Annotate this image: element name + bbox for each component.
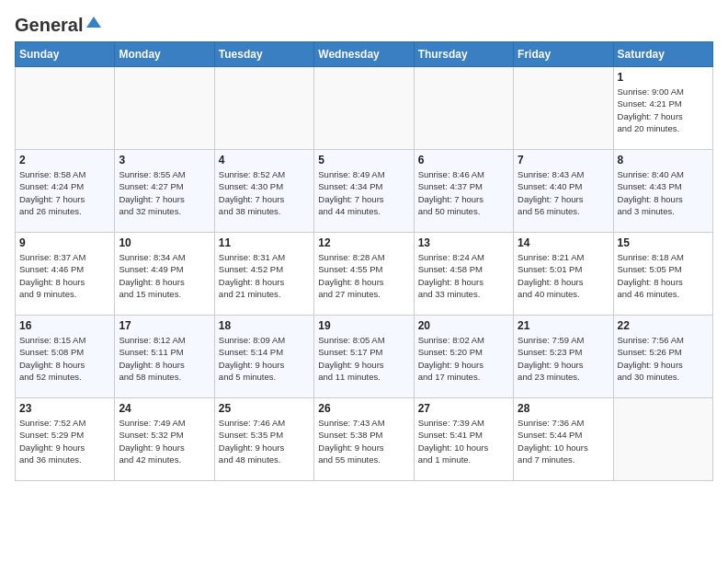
day-number: 20 <box>418 319 509 332</box>
day-info: Sunrise: 8:18 AM Sunset: 5:05 PM Dayligh… <box>618 251 709 300</box>
day-cell: 19Sunrise: 8:05 AM Sunset: 5:17 PM Dayli… <box>314 316 414 398</box>
week-row-4: 16Sunrise: 8:15 AM Sunset: 5:08 PM Dayli… <box>16 316 713 398</box>
day-cell: 9Sunrise: 8:37 AM Sunset: 4:46 PM Daylig… <box>16 233 115 316</box>
day-cell: 23Sunrise: 7:52 AM Sunset: 5:29 PM Dayli… <box>16 398 115 481</box>
day-number: 9 <box>19 236 110 249</box>
day-number: 26 <box>318 402 409 415</box>
day-cell: 20Sunrise: 8:02 AM Sunset: 5:20 PM Dayli… <box>414 316 513 398</box>
day-number: 25 <box>219 402 310 415</box>
day-cell: 17Sunrise: 8:12 AM Sunset: 5:11 PM Dayli… <box>115 316 214 398</box>
day-info: Sunrise: 8:37 AM Sunset: 4:46 PM Dayligh… <box>19 251 110 300</box>
day-info: Sunrise: 8:58 AM Sunset: 4:24 PM Dayligh… <box>19 168 110 217</box>
day-number: 16 <box>19 319 110 332</box>
day-cell: 1Sunrise: 9:00 AM Sunset: 4:21 PM Daylig… <box>613 67 712 150</box>
day-info: Sunrise: 8:12 AM Sunset: 5:11 PM Dayligh… <box>119 334 210 383</box>
day-cell: 16Sunrise: 8:15 AM Sunset: 5:08 PM Dayli… <box>16 316 115 398</box>
day-number: 3 <box>119 154 210 167</box>
day-number: 17 <box>119 319 210 332</box>
day-cell <box>514 67 613 150</box>
day-info: Sunrise: 8:34 AM Sunset: 4:49 PM Dayligh… <box>119 251 210 300</box>
weekday-header-monday: Monday <box>115 42 214 67</box>
day-number: 5 <box>318 154 409 167</box>
svg-marker-0 <box>86 17 101 28</box>
day-cell <box>613 398 712 481</box>
day-info: Sunrise: 7:43 AM Sunset: 5:38 PM Dayligh… <box>318 417 409 465</box>
day-cell: 24Sunrise: 7:49 AM Sunset: 5:32 PM Dayli… <box>115 398 214 481</box>
day-cell: 4Sunrise: 8:52 AM Sunset: 4:30 PM Daylig… <box>214 150 313 233</box>
day-cell: 2Sunrise: 8:58 AM Sunset: 4:24 PM Daylig… <box>16 150 115 233</box>
day-cell: 14Sunrise: 8:21 AM Sunset: 5:01 PM Dayli… <box>514 233 613 316</box>
day-number: 18 <box>219 319 310 332</box>
day-cell: 7Sunrise: 8:43 AM Sunset: 4:40 PM Daylig… <box>514 150 613 233</box>
weekday-header-row: SundayMondayTuesdayWednesdayThursdayFrid… <box>16 42 713 67</box>
day-info: Sunrise: 8:21 AM Sunset: 5:01 PM Dayligh… <box>518 251 609 300</box>
day-info: Sunrise: 7:52 AM Sunset: 5:29 PM Dayligh… <box>19 417 110 465</box>
day-info: Sunrise: 8:28 AM Sunset: 4:55 PM Dayligh… <box>318 251 409 300</box>
day-cell: 11Sunrise: 8:31 AM Sunset: 4:52 PM Dayli… <box>214 233 313 316</box>
day-number: 22 <box>618 319 709 332</box>
day-info: Sunrise: 8:40 AM Sunset: 4:43 PM Dayligh… <box>618 168 709 217</box>
logo-general: General <box>15 15 83 36</box>
day-number: 1 <box>618 71 709 84</box>
day-number: 19 <box>318 319 409 332</box>
day-cell <box>314 67 414 150</box>
day-cell: 5Sunrise: 8:49 AM Sunset: 4:34 PM Daylig… <box>314 150 414 233</box>
day-info: Sunrise: 7:59 AM Sunset: 5:23 PM Dayligh… <box>518 334 609 383</box>
day-cell: 6Sunrise: 8:46 AM Sunset: 4:37 PM Daylig… <box>414 150 513 233</box>
weekday-header-saturday: Saturday <box>613 42 712 67</box>
day-cell: 28Sunrise: 7:36 AM Sunset: 5:44 PM Dayli… <box>514 398 613 481</box>
day-number: 4 <box>219 154 310 167</box>
day-cell: 12Sunrise: 8:28 AM Sunset: 4:55 PM Dayli… <box>314 233 414 316</box>
day-info: Sunrise: 7:39 AM Sunset: 5:41 PM Dayligh… <box>418 417 509 465</box>
day-cell: 15Sunrise: 8:18 AM Sunset: 5:05 PM Dayli… <box>613 233 712 316</box>
logo-icon <box>85 15 103 33</box>
day-number: 14 <box>518 236 609 249</box>
day-info: Sunrise: 8:05 AM Sunset: 5:17 PM Dayligh… <box>318 334 409 383</box>
day-info: Sunrise: 7:49 AM Sunset: 5:32 PM Dayligh… <box>119 417 210 465</box>
calendar: SundayMondayTuesdayWednesdayThursdayFrid… <box>15 41 713 481</box>
weekday-header-sunday: Sunday <box>16 42 115 67</box>
day-info: Sunrise: 8:52 AM Sunset: 4:30 PM Dayligh… <box>219 168 310 217</box>
day-cell: 18Sunrise: 8:09 AM Sunset: 5:14 PM Dayli… <box>214 316 313 398</box>
logo: General <box>15 15 103 32</box>
week-row-5: 23Sunrise: 7:52 AM Sunset: 5:29 PM Dayli… <box>16 398 713 481</box>
week-row-1: 1Sunrise: 9:00 AM Sunset: 4:21 PM Daylig… <box>16 67 713 150</box>
day-info: Sunrise: 8:46 AM Sunset: 4:37 PM Dayligh… <box>418 168 509 217</box>
day-cell: 3Sunrise: 8:55 AM Sunset: 4:27 PM Daylig… <box>115 150 214 233</box>
week-row-3: 9Sunrise: 8:37 AM Sunset: 4:46 PM Daylig… <box>16 233 713 316</box>
day-info: Sunrise: 8:24 AM Sunset: 4:58 PM Dayligh… <box>418 251 509 300</box>
day-number: 15 <box>618 236 709 249</box>
day-number: 11 <box>219 236 310 249</box>
day-number: 23 <box>19 402 110 415</box>
day-number: 27 <box>418 402 509 415</box>
day-number: 6 <box>418 154 509 167</box>
day-cell: 10Sunrise: 8:34 AM Sunset: 4:49 PM Dayli… <box>115 233 214 316</box>
day-number: 24 <box>119 402 210 415</box>
day-info: Sunrise: 8:02 AM Sunset: 5:20 PM Dayligh… <box>418 334 509 383</box>
day-info: Sunrise: 8:09 AM Sunset: 5:14 PM Dayligh… <box>219 334 310 383</box>
day-cell: 8Sunrise: 8:40 AM Sunset: 4:43 PM Daylig… <box>613 150 712 233</box>
day-info: Sunrise: 7:46 AM Sunset: 5:35 PM Dayligh… <box>219 417 310 465</box>
day-cell: 26Sunrise: 7:43 AM Sunset: 5:38 PM Dayli… <box>314 398 414 481</box>
day-info: Sunrise: 8:55 AM Sunset: 4:27 PM Dayligh… <box>119 168 210 217</box>
day-info: Sunrise: 7:36 AM Sunset: 5:44 PM Dayligh… <box>518 417 609 465</box>
day-cell <box>414 67 513 150</box>
weekday-header-tuesday: Tuesday <box>214 42 313 67</box>
day-number: 12 <box>318 236 409 249</box>
day-info: Sunrise: 9:00 AM Sunset: 4:21 PM Dayligh… <box>618 86 709 134</box>
day-cell <box>16 67 115 150</box>
day-number: 2 <box>19 154 110 167</box>
calendar-body: 1Sunrise: 9:00 AM Sunset: 4:21 PM Daylig… <box>16 67 713 481</box>
day-number: 10 <box>119 236 210 249</box>
day-number: 28 <box>518 402 609 415</box>
day-cell: 22Sunrise: 7:56 AM Sunset: 5:26 PM Dayli… <box>613 316 712 398</box>
day-cell <box>115 67 214 150</box>
day-info: Sunrise: 8:31 AM Sunset: 4:52 PM Dayligh… <box>219 251 310 300</box>
weekday-header-friday: Friday <box>514 42 613 67</box>
day-cell: 13Sunrise: 8:24 AM Sunset: 4:58 PM Dayli… <box>414 233 513 316</box>
day-number: 13 <box>418 236 509 249</box>
day-number: 7 <box>518 154 609 167</box>
weekday-header-wednesday: Wednesday <box>314 42 414 67</box>
day-number: 21 <box>518 319 609 332</box>
day-info: Sunrise: 8:15 AM Sunset: 5:08 PM Dayligh… <box>19 334 110 383</box>
